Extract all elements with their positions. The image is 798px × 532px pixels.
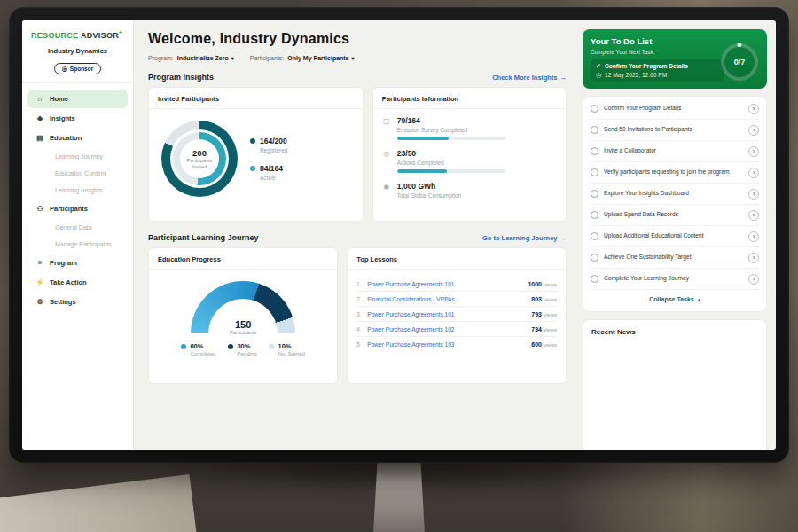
- task-row[interactable]: Verify participants requesting to join t…: [591, 162, 759, 184]
- lesson-title-link[interactable]: Power Purchase Agreements 103: [367, 341, 526, 348]
- task-label: Confirm Your Program Details: [604, 105, 743, 113]
- card-title: Top Lessons: [348, 255, 566, 270]
- lesson-title-link[interactable]: Power Purchase Agreements 102: [367, 326, 526, 332]
- chevron-right-icon[interactable]: ›: [748, 189, 759, 200]
- next-task-box[interactable]: ✓ Confirm Your Program Details ◷ 12 May …: [591, 59, 724, 82]
- legend-item-not-started: 10% Not Started: [269, 342, 304, 356]
- task-checkbox[interactable]: [591, 275, 598, 283]
- lesson-row[interactable]: 2 Financial Considerations - VPPAs 803vi…: [356, 292, 557, 307]
- go-to-learning-journey-link[interactable]: Go to Learning Journey →: [482, 234, 567, 242]
- sidebar-item-take-action[interactable]: ⚡ Take Action: [27, 273, 128, 292]
- sidebar-item-label: Take Action: [50, 278, 87, 286]
- chevron-glyph: ›: [753, 233, 755, 240]
- sidebar-item-insights[interactable]: ◆ Insights: [27, 109, 128, 128]
- chevron-right-icon[interactable]: ›: [748, 210, 759, 221]
- task-row[interactable]: Send 50 Invitations to Participants ›: [591, 120, 759, 141]
- chevron-right-icon[interactable]: ›: [748, 168, 759, 178]
- page-title: Welcome, Industry Dynamics: [148, 31, 567, 47]
- recent-news-title: Recent News: [591, 328, 758, 336]
- task-checkbox[interactable]: [591, 168, 598, 176]
- chevron-glyph: ›: [753, 191, 755, 198]
- task-row[interactable]: Upload Additional Educational Content ›: [591, 226, 759, 247]
- legend-item-completed: 60% Completed: [181, 342, 215, 356]
- task-row[interactable]: Confirm Your Program Details ›: [591, 98, 759, 120]
- sidebar-item-settings[interactable]: ⚙ Settings: [27, 293, 128, 311]
- chevron-right-icon[interactable]: ›: [748, 231, 759, 242]
- monitor-bezel: RESOURCE ADVISOR+ Industry Dynamics ◎ Sp…: [9, 7, 789, 463]
- lesson-row[interactable]: 4 Power Purchase Agreements 102 734views: [356, 322, 557, 337]
- chevron-right-icon[interactable]: ›: [748, 125, 759, 136]
- actions-icon: ◎: [382, 149, 391, 173]
- completed-dot-icon: [181, 344, 186, 349]
- task-checkbox[interactable]: [591, 105, 598, 113]
- award-icon: ◎: [62, 66, 67, 72]
- lesson-row[interactable]: 1 Power Purchase Agreements 101 1000view…: [356, 277, 557, 292]
- main-content: Welcome, Industry Dynamics Program: Indu…: [134, 20, 577, 450]
- lesson-title-link[interactable]: Power Purchase Agreements 101: [367, 281, 522, 287]
- home-icon: ⌂: [35, 96, 44, 103]
- info-row-consumption: ◉ 1,000 GWh Total Global Consumption: [382, 182, 557, 202]
- card-title: Invited Participants: [149, 95, 363, 109]
- chevron-right-icon[interactable]: ›: [748, 253, 759, 263]
- chevron-right-icon[interactable]: ›: [748, 274, 759, 285]
- views-label: views: [544, 312, 557, 317]
- task-row[interactable]: Achieve One Sustainability Target ›: [591, 247, 759, 269]
- sidebar-item-general-data[interactable]: General Data: [27, 219, 128, 236]
- chevron-down-icon: ▾: [231, 55, 234, 61]
- chevron-right-icon[interactable]: ›: [748, 146, 759, 157]
- task-checkbox[interactable]: [591, 254, 598, 262]
- sidebar-item-learning-journey[interactable]: Learning Journey: [27, 148, 128, 165]
- take-action-icon: ⚡: [35, 279, 44, 286]
- legend-label: Pending: [237, 351, 256, 356]
- task-list-card: Confirm Your Program Details › Send 50 I…: [583, 96, 767, 312]
- sidebar-item-label: Home: [50, 95, 68, 103]
- education-icon: ▤: [35, 135, 44, 142]
- lesson-title-link[interactable]: Financial Considerations - VPPAs: [367, 296, 526, 302]
- task-checkbox[interactable]: [591, 147, 598, 155]
- chevron-down-icon: ▾: [352, 55, 355, 61]
- sidebar-item-label: Education Content: [55, 170, 106, 176]
- sidebar-item-education-content[interactable]: Education Content: [27, 165, 128, 182]
- top-lessons-card: Top Lessons 1 Power Purchase Agreements …: [347, 247, 567, 384]
- learning-journey-header: Participant Learning Journey Go to Learn…: [148, 233, 567, 242]
- participants-filter-dropdown[interactable]: Only My Participants ▾: [287, 55, 354, 61]
- collapse-tasks-button[interactable]: Collapse Tasks ▴: [591, 290, 759, 309]
- insights-cards-row: Invited Participants 200 Participants In…: [148, 87, 567, 222]
- task-label: Send 50 Invitations to Participants: [604, 126, 743, 134]
- views-label: views: [544, 282, 557, 287]
- info-value: 1,000 GWh: [397, 182, 461, 191]
- lesson-title-link[interactable]: Power Purchase Agreements 101: [367, 311, 526, 317]
- sidebar-item-manage-participants[interactable]: Manage Participants: [27, 236, 128, 253]
- sidebar-item-learning-insights[interactable]: Learning Insights: [27, 182, 128, 199]
- task-row[interactable]: Upload Spend Data Records ›: [591, 205, 759, 226]
- sidebar-item-label: Participants: [50, 205, 88, 213]
- participants-information-card: Participants Information ▢ 79/164 Emissi…: [372, 87, 567, 222]
- sidebar-item-participants[interactable]: ⚇ Participants: [27, 200, 128, 218]
- views-label: views: [544, 327, 557, 332]
- task-checkbox[interactable]: [591, 232, 598, 240]
- legend-value: 30%: [237, 342, 256, 350]
- sidebar-item-home[interactable]: ⌂ Home: [27, 90, 128, 108]
- sidebar-item-education[interactable]: ▤ Education: [27, 129, 128, 147]
- task-row[interactable]: Explore Your Insights Dashboard ›: [591, 184, 759, 205]
- task-label: Achieve One Sustainability Target: [604, 254, 743, 262]
- task-checkbox[interactable]: [591, 126, 598, 134]
- todo-column: Your To Do List Complete Your Next Task:…: [577, 20, 776, 450]
- sidebar-item-program[interactable]: ≡ Program: [27, 254, 128, 272]
- chevron-glyph: ›: [753, 106, 755, 113]
- lesson-row[interactable]: 3 Power Purchase Agreements 101 793views: [356, 307, 557, 322]
- gauge-center-value: 150: [191, 319, 295, 330]
- chevron-right-icon[interactable]: ›: [748, 104, 759, 114]
- task-checkbox[interactable]: [591, 211, 598, 219]
- lesson-row[interactable]: 5 Power Purchase Agreements 103 600views: [356, 337, 557, 351]
- task-row[interactable]: Complete Your Learning Journey ›: [591, 269, 759, 290]
- info-value: 79/164: [397, 116, 505, 125]
- task-label: Complete Your Learning Journey: [604, 275, 743, 283]
- legend-value: 10%: [278, 342, 304, 350]
- task-row[interactable]: Invite a Collaborator ›: [591, 141, 759, 162]
- program-filter-dropdown[interactable]: Industrialize Zero ▾: [177, 55, 234, 61]
- task-checkbox[interactable]: [591, 190, 598, 198]
- check-more-insights-link[interactable]: Check More Insights →: [492, 74, 567, 82]
- scene-background: RESOURCE ADVISOR+ Industry Dynamics ◎ Sp…: [0, 0, 798, 532]
- donut-center-value: 200: [183, 148, 216, 158]
